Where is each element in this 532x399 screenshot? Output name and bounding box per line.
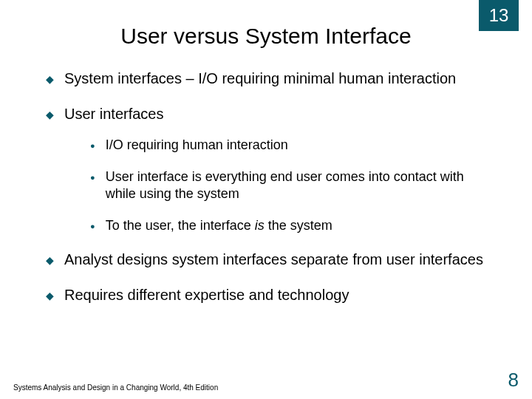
slide-title: User versus System Interface <box>44 0 488 69</box>
diamond-bullet-icon: ◆ <box>46 109 54 122</box>
bullet-text: I/O requiring human interaction <box>106 137 288 154</box>
diamond-bullet-icon: ◆ <box>46 254 54 267</box>
bullet-text: User interface is everything end user co… <box>106 168 488 202</box>
circle-bullet-icon: ● <box>90 140 95 151</box>
slide-footer: Systems Analysis and Design in a Changin… <box>13 369 519 392</box>
bullet-item: ◆ Requires different expertise and techn… <box>46 286 488 305</box>
chapter-number-badge: 13 <box>479 0 519 31</box>
slide-content: ◆ System interfaces – I/O requiring mini… <box>0 69 532 305</box>
sub-bullet-item: ● User interface is everything end user … <box>90 168 488 202</box>
footer-text: Systems Analysis and Design in a Changin… <box>13 383 218 392</box>
diamond-bullet-icon: ◆ <box>46 290 54 303</box>
bullet-item: ◆ System interfaces – I/O requiring mini… <box>46 69 488 89</box>
bullet-text: Requires different expertise and technol… <box>64 286 349 305</box>
bullet-text: To the user, the interface is the system <box>106 217 332 234</box>
diamond-bullet-icon: ◆ <box>46 73 54 86</box>
sub-bullet-item: ● To the user, the interface is the syst… <box>90 217 488 234</box>
circle-bullet-icon: ● <box>90 172 95 183</box>
bullet-text: Analyst designs system interfaces separa… <box>64 250 483 270</box>
circle-bullet-icon: ● <box>90 221 95 231</box>
chapter-number: 13 <box>489 5 509 26</box>
sub-bullet-group: ● I/O requiring human interaction ● User… <box>46 137 488 234</box>
bullet-item: ◆ Analyst designs system interfaces sepa… <box>46 250 488 270</box>
page-number: 8 <box>508 369 519 392</box>
bullet-item: ◆ User interfaces <box>46 105 488 124</box>
bullet-text: System interfaces – I/O requiring minima… <box>64 69 456 89</box>
sub-bullet-item: ● I/O requiring human interaction <box>90 137 488 154</box>
bullet-text: User interfaces <box>64 105 164 124</box>
